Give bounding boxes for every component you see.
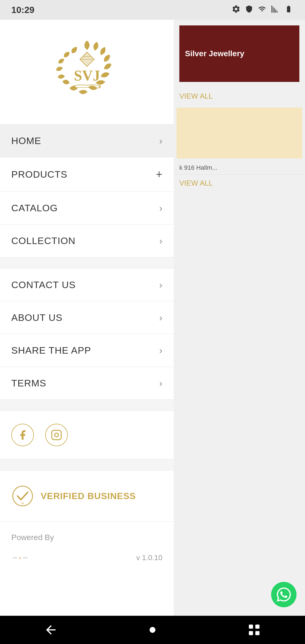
version-section: ∞ v 1.0.10 bbox=[0, 551, 174, 571]
back-button[interactable] bbox=[40, 621, 62, 638]
svg-rect-17 bbox=[249, 631, 253, 635]
whatsapp-button[interactable] bbox=[271, 582, 297, 607]
svg-text:∞: ∞ bbox=[21, 501, 24, 505]
menu-item-share-the-app[interactable]: SHARE THE APP › bbox=[0, 334, 174, 367]
instagram-button[interactable] bbox=[45, 424, 68, 446]
chevron-right-icon-catalog: › bbox=[159, 203, 162, 214]
facebook-button[interactable] bbox=[11, 424, 34, 446]
chevron-right-icon-terms: › bbox=[159, 378, 162, 389]
menu-item-products[interactable]: PRODUCTS + bbox=[0, 157, 174, 192]
menu-spacer-2 bbox=[0, 400, 174, 411]
bg-silver-text: Silver Jewellery bbox=[185, 49, 244, 58]
menu-item-terms[interactable]: TERMS › bbox=[0, 367, 174, 400]
svg-rect-16 bbox=[255, 625, 260, 629]
bg-view-all-1: VIEW ALL bbox=[174, 88, 305, 105]
plus-icon: + bbox=[156, 168, 162, 181]
facebook-icon bbox=[17, 429, 28, 441]
bg-hallmark-text: k 916 Hallm... bbox=[174, 161, 305, 174]
verified-business-section: ∞ VERIFIED BUSINESS bbox=[0, 471, 174, 522]
battery-icon bbox=[284, 5, 294, 15]
menu-item-contact-us-label: CONTACT US bbox=[11, 279, 76, 290]
chevron-right-icon-contact: › bbox=[159, 279, 162, 290]
home-icon bbox=[145, 623, 160, 637]
instagram-icon bbox=[51, 429, 62, 441]
svg-text:∞: ∞ bbox=[18, 556, 21, 560]
signal-icon bbox=[271, 5, 279, 15]
status-bar: 10:29 bbox=[0, 0, 305, 20]
menu-spacer-3 bbox=[0, 459, 174, 471]
svg-text:SVJ: SVJ bbox=[74, 68, 100, 84]
verified-business-label: VERIFIED BUSINESS bbox=[41, 491, 136, 501]
menu-item-home[interactable]: HOME › bbox=[0, 125, 174, 157]
navigation-drawer: SVJ HOME › PRODUCTS + CATALOG › COLLECTI… bbox=[0, 20, 174, 644]
svg-point-5 bbox=[73, 86, 75, 88]
powered-by-label: Powered By bbox=[11, 533, 54, 542]
menu-item-products-label: PRODUCTS bbox=[11, 169, 67, 180]
menu-item-catalog-label: CATALOG bbox=[11, 203, 58, 214]
shield-icon bbox=[245, 5, 253, 15]
social-section bbox=[0, 411, 174, 459]
status-icons bbox=[232, 5, 294, 16]
settings-icon bbox=[232, 5, 241, 16]
bg-gold-item bbox=[177, 108, 302, 158]
svg-point-6 bbox=[99, 86, 101, 88]
menu-spacer bbox=[0, 257, 174, 269]
menu-item-collection-label: COLLECTION bbox=[11, 235, 75, 246]
menu-item-contact-us[interactable]: CONTACT US › bbox=[0, 269, 174, 301]
logo-area: SVJ bbox=[0, 20, 174, 125]
recent-apps-icon bbox=[247, 623, 261, 637]
menu-item-about-us[interactable]: ABOUT US › bbox=[0, 301, 174, 334]
version-label: v 1.0.10 bbox=[136, 553, 162, 562]
whatsapp-icon bbox=[277, 588, 291, 602]
chevron-right-icon-collection: › bbox=[159, 235, 162, 246]
status-time: 10:29 bbox=[11, 5, 34, 15]
svg-rect-18 bbox=[255, 631, 260, 635]
chevron-right-icon-about: › bbox=[159, 312, 162, 323]
menu-item-terms-label: TERMS bbox=[11, 378, 46, 389]
home-button[interactable] bbox=[141, 621, 164, 638]
svg-rect-7 bbox=[52, 430, 61, 440]
chevron-right-icon-share: › bbox=[159, 345, 162, 356]
recent-apps-button[interactable] bbox=[243, 621, 265, 638]
powered-by-section: Powered By bbox=[0, 522, 174, 551]
svg-point-14 bbox=[150, 627, 156, 633]
chevron-right-icon: › bbox=[159, 135, 162, 146]
bg-silver-card: Silver Jewellery bbox=[179, 25, 299, 82]
navigation-bar bbox=[0, 616, 305, 644]
menu-list: HOME › PRODUCTS + CATALOG › COLLECTION ›… bbox=[0, 125, 174, 644]
verified-badge-icon: ∞ bbox=[11, 485, 34, 507]
powered-logo-icon: ∞ bbox=[11, 554, 28, 562]
menu-item-home-label: HOME bbox=[11, 135, 41, 146]
svg-rect-15 bbox=[249, 625, 253, 629]
background-content: Silver Jewellery VIEW ALL k 916 Hallm...… bbox=[174, 20, 305, 644]
back-icon bbox=[44, 623, 58, 637]
menu-item-share-the-app-label: SHARE THE APP bbox=[11, 345, 91, 356]
menu-item-catalog[interactable]: CATALOG › bbox=[0, 192, 174, 225]
bg-view-all-2: VIEW ALL bbox=[174, 174, 305, 192]
menu-item-about-us-label: ABOUT US bbox=[11, 312, 62, 323]
menu-item-collection[interactable]: COLLECTION › bbox=[0, 225, 174, 257]
wifi-icon bbox=[258, 5, 267, 15]
svj-logo: SVJ bbox=[50, 37, 124, 110]
